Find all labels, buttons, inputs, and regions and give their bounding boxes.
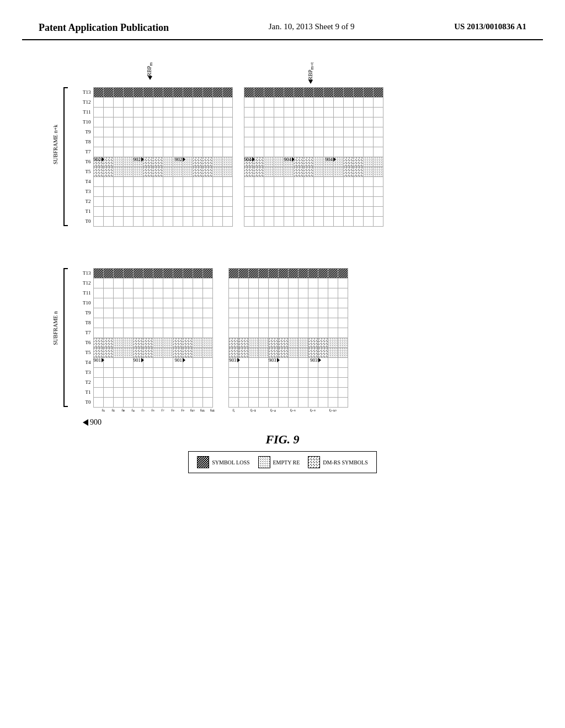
bl-row-T7: T7 [83,328,92,338]
top-right-diagram-wrapper: RBPm+t 904 904 [244,62,383,227]
publication-title: Patent Application Publication [39,22,169,34]
row-label-T11: T11 [83,107,92,117]
rbpm-label: RBPm [146,62,153,76]
row-label-T10: T10 [83,117,92,127]
subframe-nk-label: SUBFRAME n+k [52,125,58,164]
col-label: fⱼ [228,409,238,413]
page-container: Patent Application Publication Jan. 10, … [0,0,565,728]
ref-901-mid: 901 [134,357,145,363]
publication-date-sheet: Jan. 10, 2013 Sheet 9 of 9 [269,22,355,31]
bl-row-T0: T0 [83,397,92,407]
row-label-T4: T4 [83,176,92,186]
col-label: f₃ [118,409,128,413]
ref-902-right: 902 [175,157,186,162]
legend-label-dmrs: DM-RS SYMBOLS [323,459,367,465]
ref-904-right: 904 [326,157,337,162]
col-label: f₈ [168,409,178,413]
legend-box-symbol-loss [197,456,209,468]
col-label: f₉ [178,409,188,413]
rbpmt-label-container: RBPm+t [307,62,315,84]
bottom-right-diagram: 903 903 903 [228,268,348,408]
subframe-n-label: SUBFRAME n [52,311,58,345]
col-label: f₇ [158,409,168,413]
row-label-T2: T2 [83,196,92,206]
col-label: f₆ [148,409,158,413]
bl-row-T5: T5 [83,347,92,357]
row-label-T9: T9 [83,127,92,137]
legend-box-dmrs [308,456,320,468]
fig900-label-area: 900 [83,418,515,427]
arrow-900 [83,419,88,426]
col-label: fⱼ₊₆ [288,409,298,413]
ref-902-left: 902 [94,157,105,162]
bl-row-T10: T10 [83,298,92,308]
col-label [338,409,348,413]
col-label [258,409,268,413]
col-label: fⱼ₊₂ [248,409,258,413]
legend-item-symbol-loss: SYMBOL LOSS [197,456,249,468]
bottom-right-grid: 903 903 903 [228,268,348,408]
col-label: f₁₂ [207,409,217,413]
bl-row-T4: T4 [83,357,92,367]
bl-row-T12: T12 [83,278,92,288]
col-label: f₅ [138,409,148,413]
col-label: f₁ [98,409,108,413]
bl-row-T1: T1 [83,387,92,397]
bl-row-T2: T2 [83,377,92,387]
bottom-right-col-labels: fⱼfⱼ₊₂fⱼ₊₄fⱼ₊₆fⱼ₊₈fⱼ₊₁₀ [228,409,348,413]
bottom-left-row-labels: T13 T12 T11 T10 T9 T8 T7 T6 T5 T4 T3 T2 … [83,268,92,408]
row-label-T13: T13 [83,87,92,97]
rbpm-arrow [148,76,152,80]
ref-901-left: 901 [94,357,105,363]
bottom-left-grid-table [93,268,213,408]
row-label-T7: T7 [83,147,92,157]
col-label: f₁₀ [188,409,198,413]
col-label: f₁₁ [198,409,207,413]
legend-item-empty-re: EMPTY RE [258,456,300,468]
top-right-rbp-label-area: RBPm+t [260,62,383,87]
top-left-grid: 902 902 902 [93,87,233,227]
bottom-left-diagram-wrapper: T13 T12 T11 T10 T9 T8 T7 T6 T5 T4 T3 T2 … [83,243,217,413]
bottom-left-spacer [83,243,217,268]
top-right-diagram: 904 904 904 [244,87,383,227]
main-content: RBPm T13 T12 T11 T10 T9 T8 T7 T6 [22,46,543,479]
bl-row-T8: T8 [83,318,92,328]
row-label-T12: T12 [83,97,92,107]
legend-label-symbol-loss: SYMBOL LOSS [212,459,249,465]
page-header: Patent Application Publication Jan. 10, … [22,11,543,40]
figure-legend-area: FIG. 9 SYMBOL LOSS EMPTY RE DM-RS SYMBOL… [50,432,515,473]
bottom-left-grid: 901 901 901 [93,268,213,408]
top-left-rbp-label-area: RBPm [99,62,233,87]
col-label: fⱼ₊₄ [268,409,278,413]
figure-label: FIG. 9 [265,432,299,447]
ref-900: 900 [90,418,102,427]
ref-903-mid: 903 [269,357,280,363]
col-label: fⱼ₊₁₀ [328,409,338,413]
top-left-diagram: T13 T12 T11 T10 T9 T8 T7 T6 T5 T4 T3 T2 … [83,87,233,227]
top-left-grid-table [93,87,233,227]
bl-row-T6: T6 [83,338,92,347]
publication-number: US 2013/0010836 A1 [454,22,526,31]
top-right-grid-table [244,87,383,227]
row-label-T1: T1 [83,206,92,216]
col-label [318,409,328,413]
bottom-right-spacer [228,243,348,268]
col-label [278,409,288,413]
subframe-brace-bottom [63,268,68,407]
rbpmt-arrow [308,80,313,84]
top-right-grid: 904 904 904 [244,87,383,227]
bottom-right-diagram-wrapper: 903 903 903 fⱼfⱼ₊₂fⱼ₊₄fⱼ₊₆fⱼ₊₈fⱼ₊₁₀ [228,243,348,413]
col-label: fⱼ₊₈ [308,409,318,413]
bottom-left-diagram: T13 T12 T11 T10 T9 T8 T7 T6 T5 T4 T3 T2 … [83,268,217,408]
ref-903-left: 903 [229,357,240,363]
rbpmt-label: RBPm+t [307,62,315,80]
legend: SYMBOL LOSS EMPTY RE DM-RS SYMBOLS [188,451,377,473]
bl-row-T3: T3 [83,367,92,377]
bl-row-T11: T11 [83,288,92,298]
legend-item-dmrs: DM-RS SYMBOLS [308,456,367,468]
ref-901-right: 901 [175,357,186,363]
row-label-T3: T3 [83,186,92,196]
rbpm-label-container: RBPm [146,62,153,80]
col-label: f₂ [108,409,118,413]
bl-row-T9: T9 [83,308,92,318]
